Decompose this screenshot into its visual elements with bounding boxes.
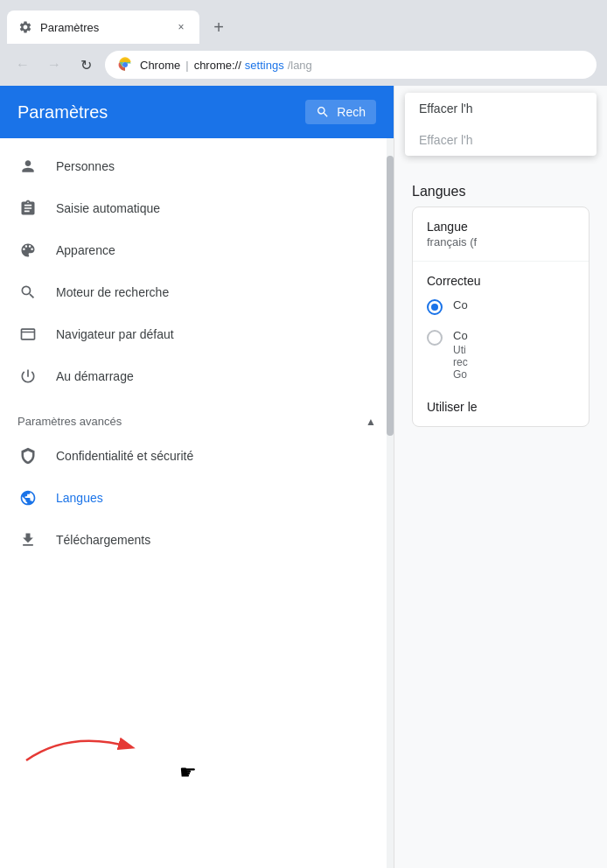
sidebar-item-saisie[interactable]: Saisie automatique (0, 187, 394, 229)
language-info: Langue français (f (427, 220, 477, 248)
sidebar-label-navigateur: Navigateur par défaut (56, 327, 174, 341)
search-button[interactable]: Rech (305, 100, 376, 124)
scrollbar-thumb[interactable] (387, 156, 394, 436)
sidebar-item-navigateur[interactable]: Navigateur par défaut (0, 313, 394, 355)
advanced-section-label: Paramètres avancés (17, 415, 122, 428)
settings-tab[interactable]: Paramètres × (7, 10, 199, 44)
new-tab-button[interactable]: + (203, 10, 234, 44)
dropdown-item-2[interactable]: Effacer l'h (405, 124, 597, 156)
language-row: Langue français (f (413, 207, 589, 262)
chrome-logo-icon (117, 57, 133, 73)
browser-tab-bar: Paramètres × + (0, 0, 607, 44)
right-content: Langues Langue français (f Correcteu Co (394, 163, 607, 868)
browser-icon (17, 324, 38, 345)
scrollbar-track (387, 138, 394, 868)
sidebar-label-langues: Langues (56, 491, 103, 505)
sidebar: Paramètres Rech Personnes Sai (0, 86, 394, 868)
address-scheme: chrome:// (194, 59, 241, 72)
page-content: Paramètres Rech Personnes Sai (0, 86, 607, 868)
address-separator: | (185, 59, 188, 72)
clipboard-icon (17, 198, 38, 219)
advanced-section-arrow: ▲ (366, 416, 376, 428)
languages-section-title: Langues (412, 184, 590, 200)
cursor-pointer: ☛ (179, 761, 197, 784)
radio-1-content: Co (453, 298, 468, 312)
sidebar-header: Paramètres Rech (0, 86, 394, 138)
globe-icon (17, 487, 38, 508)
power-icon (17, 366, 38, 387)
sidebar-title: Paramètres (17, 102, 108, 122)
tab-title: Paramètres (40, 21, 166, 34)
person-icon (17, 156, 38, 177)
browser-toolbar: ← → ↻ Chrome | chrome://settings/lang (0, 44, 607, 86)
sidebar-label-personnes: Personnes (56, 159, 115, 173)
svg-point-0 (122, 62, 128, 67)
sidebar-label-telechargements: Téléchargements (56, 533, 150, 547)
arrow-annotation (17, 721, 149, 765)
language-card: Langue français (f Correcteu Co Co Utir (412, 206, 590, 427)
search-icon (316, 105, 330, 119)
dropdown-menu: Effacer l'h Effacer l'h (405, 93, 597, 156)
address-text: Chrome | chrome://settings/lang (140, 59, 312, 72)
address-path-rest: /lang (288, 59, 312, 72)
address-bar[interactable]: Chrome | chrome://settings/lang (105, 51, 597, 79)
radio-2-label: Co (453, 329, 468, 342)
radio-checked[interactable] (427, 299, 443, 315)
radio-1-label: Co (453, 298, 468, 312)
language-value: français (f (427, 235, 477, 248)
sidebar-item-langues[interactable]: Langues (0, 477, 394, 519)
sidebar-item-confidentialite[interactable]: Confidentialité et sécurité (0, 435, 394, 477)
dropdown-item-1[interactable]: Effacer l'h (405, 93, 597, 124)
shield-icon (17, 445, 38, 466)
radio-option-1[interactable]: Co (413, 291, 589, 322)
sidebar-item-telechargements[interactable]: Téléchargements (0, 519, 394, 561)
sidebar-label-moteur: Moteur de recherche (56, 285, 169, 299)
right-panel: Effacer l'h Effacer l'h Langues Langue f… (394, 86, 607, 868)
search-label: Rech (337, 105, 366, 119)
advanced-section-header[interactable]: Paramètres avancés ▲ (0, 404, 394, 435)
download-icon (17, 529, 38, 550)
palette-icon (17, 240, 38, 261)
sidebar-label-demarrage: Au démarrage (56, 369, 134, 383)
sidebar-item-apparence[interactable]: Apparence (0, 229, 394, 271)
sidebar-item-moteur[interactable]: Moteur de recherche (0, 271, 394, 313)
radio-2-subtext: UtirecGo (453, 344, 468, 381)
settings-tab-icon (17, 19, 33, 35)
reload-button[interactable]: ↻ (73, 52, 98, 77)
address-path: settings (245, 59, 284, 72)
radio-option-2[interactable]: Co UtirecGo (413, 322, 589, 388)
sidebar-item-personnes[interactable]: Personnes (0, 145, 394, 187)
utiliser-section: Utiliser le (413, 388, 589, 426)
correcteur-title: Correcteu (413, 262, 589, 291)
search-nav-icon (17, 282, 38, 303)
sidebar-item-demarrage[interactable]: Au démarrage (0, 355, 394, 397)
forward-button[interactable]: → (42, 52, 66, 77)
address-domain: Chrome (140, 59, 180, 72)
back-button[interactable]: ← (10, 52, 35, 77)
sidebar-label-saisie: Saisie automatique (56, 201, 160, 215)
sidebar-label-apparence: Apparence (56, 243, 115, 257)
sidebar-label-confidentialite: Confidentialité et sécurité (56, 449, 193, 463)
radio-2-content: Co UtirecGo (453, 329, 468, 381)
radio-unchecked[interactable] (427, 330, 443, 346)
sidebar-nav[interactable]: Personnes Saisie automatique Apparence M… (0, 138, 394, 868)
tab-close-button[interactable]: × (173, 19, 189, 35)
language-label: Langue (427, 220, 477, 234)
